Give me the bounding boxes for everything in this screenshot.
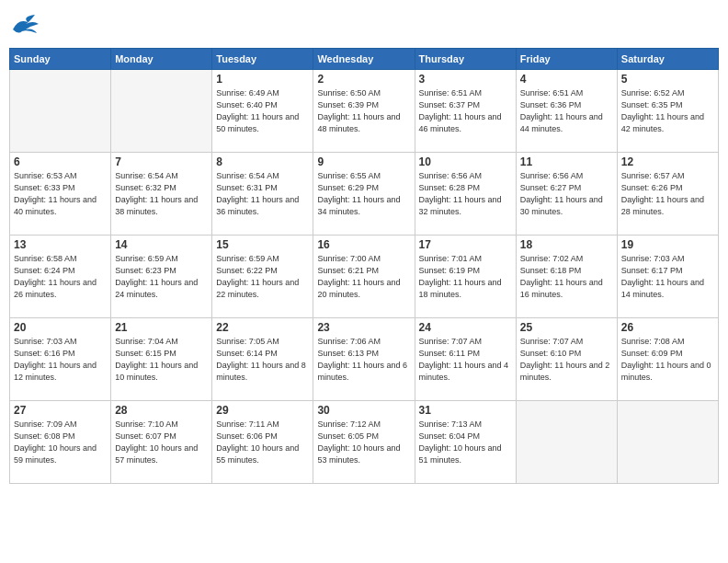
day-info: Sunrise: 7:11 AMSunset: 6:06 PMDaylight:… <box>216 419 309 466</box>
calendar-cell: 16Sunrise: 7:00 AMSunset: 6:21 PMDayligh… <box>313 236 415 318</box>
day-number: 17 <box>419 238 512 251</box>
day-info: Sunrise: 7:02 AMSunset: 6:18 PMDaylight:… <box>520 253 613 301</box>
calendar-table: SundayMondayTuesdayWednesdayThursdayFrid… <box>9 48 719 484</box>
calendar-cell: 4Sunrise: 6:51 AMSunset: 6:36 PMDaylight… <box>516 70 617 153</box>
calendar-cell: 2Sunrise: 6:50 AMSunset: 6:39 PMDaylight… <box>313 70 415 153</box>
day-info: Sunrise: 6:49 AMSunset: 6:40 PMDaylight:… <box>216 87 309 135</box>
calendar-cell: 24Sunrise: 7:07 AMSunset: 6:11 PMDayligh… <box>415 318 516 401</box>
day-number: 30 <box>317 404 410 417</box>
weekday-row: SundayMondayTuesdayWednesdayThursdayFrid… <box>10 49 719 70</box>
calendar-header: SundayMondayTuesdayWednesdayThursdayFrid… <box>10 49 719 70</box>
weekday-header-thursday: Thursday <box>415 49 516 70</box>
day-info: Sunrise: 7:03 AMSunset: 6:17 PMDaylight:… <box>621 253 714 301</box>
week-row-1: 1Sunrise: 6:49 AMSunset: 6:40 PMDaylight… <box>10 70 719 153</box>
calendar-cell: 20Sunrise: 7:03 AMSunset: 6:16 PMDayligh… <box>10 318 111 401</box>
day-info: Sunrise: 7:04 AMSunset: 6:15 PMDaylight:… <box>115 336 208 384</box>
week-row-4: 20Sunrise: 7:03 AMSunset: 6:16 PMDayligh… <box>10 318 719 401</box>
day-number: 8 <box>216 155 309 168</box>
day-info: Sunrise: 7:03 AMSunset: 6:16 PMDaylight:… <box>14 336 107 384</box>
calendar-cell: 23Sunrise: 7:06 AMSunset: 6:13 PMDayligh… <box>313 318 415 401</box>
day-info: Sunrise: 7:08 AMSunset: 6:09 PMDaylight:… <box>621 336 714 384</box>
day-info: Sunrise: 6:54 AMSunset: 6:31 PMDaylight:… <box>216 170 309 218</box>
day-number: 27 <box>14 404 107 417</box>
day-number: 26 <box>621 321 714 334</box>
calendar-cell: 15Sunrise: 6:59 AMSunset: 6:22 PMDayligh… <box>212 236 313 318</box>
weekday-header-sunday: Sunday <box>10 49 111 70</box>
day-info: Sunrise: 6:52 AMSunset: 6:35 PMDaylight:… <box>621 87 714 135</box>
day-info: Sunrise: 6:56 AMSunset: 6:27 PMDaylight:… <box>520 170 613 218</box>
weekday-header-monday: Monday <box>111 49 212 70</box>
day-info: Sunrise: 6:54 AMSunset: 6:32 PMDaylight:… <box>115 170 208 218</box>
day-number: 13 <box>14 238 107 251</box>
calendar-cell: 29Sunrise: 7:11 AMSunset: 6:06 PMDayligh… <box>212 401 313 484</box>
calendar-cell: 22Sunrise: 7:05 AMSunset: 6:14 PMDayligh… <box>212 318 313 401</box>
calendar-cell: 19Sunrise: 7:03 AMSunset: 6:17 PMDayligh… <box>617 236 718 318</box>
day-number: 7 <box>115 155 208 168</box>
calendar-cell: 12Sunrise: 6:57 AMSunset: 6:26 PMDayligh… <box>617 153 718 236</box>
calendar-cell: 9Sunrise: 6:55 AMSunset: 6:29 PMDaylight… <box>313 153 415 236</box>
calendar-cell: 21Sunrise: 7:04 AMSunset: 6:15 PMDayligh… <box>111 318 212 401</box>
page-header <box>9 9 719 42</box>
day-number: 24 <box>419 321 512 334</box>
calendar-cell: 26Sunrise: 7:08 AMSunset: 6:09 PMDayligh… <box>617 318 718 401</box>
day-number: 9 <box>317 155 410 168</box>
calendar-cell: 7Sunrise: 6:54 AMSunset: 6:32 PMDaylight… <box>111 153 212 236</box>
day-info: Sunrise: 7:07 AMSunset: 6:11 PMDaylight:… <box>419 336 512 384</box>
day-number: 5 <box>621 73 714 86</box>
day-info: Sunrise: 7:07 AMSunset: 6:10 PMDaylight:… <box>520 336 613 384</box>
calendar-cell: 18Sunrise: 7:02 AMSunset: 6:18 PMDayligh… <box>516 236 617 318</box>
day-number: 31 <box>419 404 512 417</box>
day-number: 18 <box>520 238 613 251</box>
day-info: Sunrise: 6:51 AMSunset: 6:37 PMDaylight:… <box>419 87 512 135</box>
weekday-header-saturday: Saturday <box>617 49 718 70</box>
calendar-cell <box>111 70 212 153</box>
day-number: 20 <box>14 321 107 334</box>
day-number: 3 <box>419 73 512 86</box>
weekday-header-wednesday: Wednesday <box>313 49 415 70</box>
week-row-3: 13Sunrise: 6:58 AMSunset: 6:24 PMDayligh… <box>10 236 719 318</box>
day-number: 6 <box>14 155 107 168</box>
calendar-cell: 3Sunrise: 6:51 AMSunset: 6:37 PMDaylight… <box>415 70 516 153</box>
day-info: Sunrise: 6:59 AMSunset: 6:23 PMDaylight:… <box>115 253 208 301</box>
day-info: Sunrise: 7:12 AMSunset: 6:05 PMDaylight:… <box>317 419 410 466</box>
day-number: 22 <box>216 321 309 334</box>
calendar-body: 1Sunrise: 6:49 AMSunset: 6:40 PMDaylight… <box>10 70 719 484</box>
calendar-cell: 27Sunrise: 7:09 AMSunset: 6:08 PMDayligh… <box>10 401 111 484</box>
day-number: 19 <box>621 238 714 251</box>
calendar-cell: 14Sunrise: 6:59 AMSunset: 6:23 PMDayligh… <box>111 236 212 318</box>
calendar-cell: 17Sunrise: 7:01 AMSunset: 6:19 PMDayligh… <box>415 236 516 318</box>
day-number: 12 <box>621 155 714 168</box>
calendar-cell: 11Sunrise: 6:56 AMSunset: 6:27 PMDayligh… <box>516 153 617 236</box>
calendar-cell: 6Sunrise: 6:53 AMSunset: 6:33 PMDaylight… <box>10 153 111 236</box>
calendar-cell: 1Sunrise: 6:49 AMSunset: 6:40 PMDaylight… <box>212 70 313 153</box>
week-row-5: 27Sunrise: 7:09 AMSunset: 6:08 PMDayligh… <box>10 401 719 484</box>
calendar-cell <box>516 401 617 484</box>
logo-bird-icon <box>9 9 42 42</box>
calendar-cell: 5Sunrise: 6:52 AMSunset: 6:35 PMDaylight… <box>617 70 718 153</box>
day-number: 2 <box>317 73 410 86</box>
day-number: 23 <box>317 321 410 334</box>
day-info: Sunrise: 6:50 AMSunset: 6:39 PMDaylight:… <box>317 87 410 135</box>
day-number: 11 <box>520 155 613 168</box>
day-info: Sunrise: 6:57 AMSunset: 6:26 PMDaylight:… <box>621 170 714 218</box>
calendar-cell: 31Sunrise: 7:13 AMSunset: 6:04 PMDayligh… <box>415 401 516 484</box>
day-number: 29 <box>216 404 309 417</box>
weekday-header-tuesday: Tuesday <box>212 49 313 70</box>
logo <box>9 9 46 42</box>
day-info: Sunrise: 6:55 AMSunset: 6:29 PMDaylight:… <box>317 170 410 218</box>
day-info: Sunrise: 6:51 AMSunset: 6:36 PMDaylight:… <box>520 87 613 135</box>
day-number: 16 <box>317 238 410 251</box>
day-info: Sunrise: 6:59 AMSunset: 6:22 PMDaylight:… <box>216 253 309 301</box>
day-number: 10 <box>419 155 512 168</box>
calendar-cell <box>10 70 111 153</box>
day-number: 4 <box>520 73 613 86</box>
calendar-cell <box>617 401 718 484</box>
day-info: Sunrise: 7:09 AMSunset: 6:08 PMDaylight:… <box>14 419 107 466</box>
calendar-cell: 13Sunrise: 6:58 AMSunset: 6:24 PMDayligh… <box>10 236 111 318</box>
day-info: Sunrise: 6:56 AMSunset: 6:28 PMDaylight:… <box>419 170 512 218</box>
day-info: Sunrise: 6:58 AMSunset: 6:24 PMDaylight:… <box>14 253 107 301</box>
day-info: Sunrise: 7:05 AMSunset: 6:14 PMDaylight:… <box>216 336 309 384</box>
day-info: Sunrise: 7:10 AMSunset: 6:07 PMDaylight:… <box>115 419 208 466</box>
day-info: Sunrise: 6:53 AMSunset: 6:33 PMDaylight:… <box>14 170 107 218</box>
day-number: 21 <box>115 321 208 334</box>
